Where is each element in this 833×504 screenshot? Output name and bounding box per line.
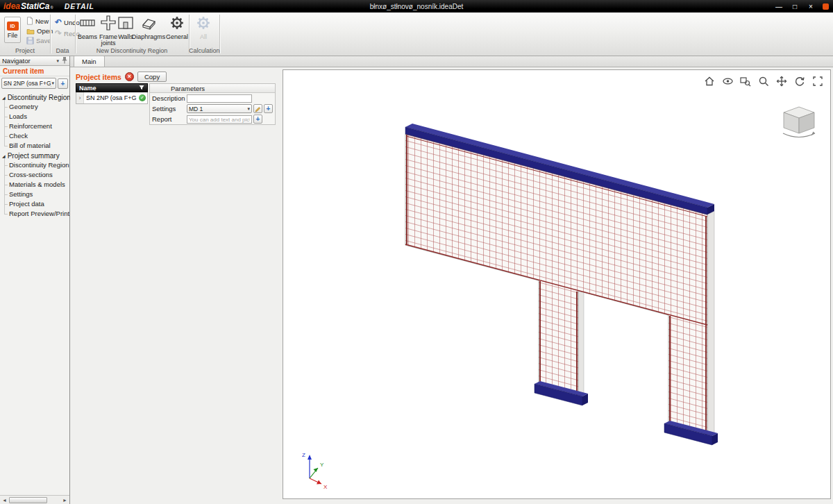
row-expander-icon[interactable]: › [76,92,84,103]
delete-item-button[interactable]: × [125,72,134,81]
tree-item-settings[interactable]: Settings [0,190,69,199]
tree-node-discontinuity-region[interactable]: ◢ Discontinuity Region [0,92,69,102]
calculate-all-button[interactable]: All [193,15,214,40]
row-item-name: SN 2NP (osa F+G [84,94,137,101]
close-button[interactable]: × [807,3,815,10]
description-input[interactable] [187,94,252,103]
calculate-all-label: All [200,34,207,40]
pan-button[interactable] [775,75,788,87]
redo-icon: ↷ [55,30,62,37]
navigator-panel: Navigator ▾ Current item SN 2NP (osa F+G… [0,56,70,504]
name-column-header[interactable]: Name [79,85,96,92]
group-label-data: Data [50,47,75,55]
zoom-button[interactable] [757,75,770,87]
expander-icon[interactable]: ◢ [2,95,6,100]
tree-item-discontinuity-region[interactable]: Discontinuity Region [0,160,69,170]
pin-icon[interactable] [62,56,67,65]
diaphragms-button-label: Diaphragms [132,34,166,40]
leg-end-face [578,288,584,396]
new-button-label: New [35,17,49,25]
copy-button[interactable]: Copy [137,72,167,82]
navigator-hscrollbar[interactable]: ◄ ► [0,495,69,504]
tree-node-label: Project summary [8,152,60,160]
current-item-value: SN 2NP (osa F+G) [3,80,51,87]
report-input[interactable] [187,115,252,124]
tree-item-loads[interactable]: Loads [0,112,69,121]
current-item-row: SN 2NP (osa F+G) ▾ + [0,76,69,90]
chevron-down-icon[interactable]: ▾ [56,58,59,64]
module-name: DETAIL [65,2,94,10]
tree-children: Geometry Loads Reinforcement Check Bill … [0,102,69,151]
file-button[interactable]: ID File [4,17,21,43]
edit-settings-button[interactable] [253,104,262,113]
zoom-window-button[interactable] [739,75,752,87]
scroll-left-icon[interactable]: ◄ [1,498,8,503]
app-window: ideaStatiCa® DETAIL błnxø_stłnovø_nosník… [0,0,833,504]
calculation-gear-icon [196,15,211,33]
redo-button[interactable]: ↷ Redo [55,29,80,38]
orbit-ring-icon[interactable] [783,133,815,137]
wall-end-face [707,211,714,436]
view-eye-button[interactable] [721,75,734,87]
ribbon: ID File New Open Save Project ↶ Undo ↷ R… [0,12,833,56]
maximize-button[interactable]: □ [791,3,799,10]
parameters-title: Parameters [150,84,275,93]
add-report-content-button[interactable]: + [253,115,262,124]
general-button-label: General [166,34,188,40]
check-ok-icon: ✓ [139,94,146,101]
scrollbar-thumb[interactable] [9,497,47,503]
current-item-label: Current item [0,66,69,76]
tree-item-bill-of-material[interactable]: Bill of material [0,141,69,151]
scroll-right-icon[interactable]: ► [61,498,69,503]
report-row: Report + [150,114,275,124]
tree-item-report-preview-print[interactable]: Report Preview/Print [0,209,69,219]
undo-icon: ↶ [55,19,62,26]
tree-node-label: Discontinuity Region [8,94,71,101]
axis-x-label: X [323,484,328,490]
beams-button[interactable]: Beams [77,15,98,40]
add-item-button[interactable]: + [58,78,68,89]
chevron-down-icon: ▾ [247,106,250,112]
tree-item-project-data[interactable]: Project data [0,199,69,209]
app-logo: ideaStatiCa® [3,1,53,11]
navigator-tree: ◢ Discontinuity Region Geometry Loads Re… [0,90,69,219]
table-header-row: Name [76,83,148,92]
current-item-selector[interactable]: SN 2NP (osa F+G) ▾ [1,78,56,89]
general-button[interactable]: General [167,15,187,40]
tree-item-cross-sections[interactable]: Cross-sections [0,170,69,180]
tree-item-reinforcement[interactable]: Reinforcement [0,121,69,131]
window-controls: — □ × [775,0,829,12]
idea-logo-icon: ID [7,22,19,31]
viewport-3d[interactable]: Z Y X [283,69,831,499]
row-status: ✓ [137,94,147,101]
tree-item-check[interactable]: Check [0,131,69,141]
navigation-cube[interactable] [777,102,821,141]
group-label-ndr: New Discontinuity Region [75,47,189,55]
scrollbar-track[interactable] [8,496,61,504]
filter-funnel-icon[interactable] [139,85,144,92]
table-row[interactable]: › SN 2NP (osa F+G ✓ [76,92,148,104]
diaphragms-button[interactable]: Diaphragms [135,15,162,40]
beams-icon [79,15,96,33]
axis-y-label: Y [320,462,324,468]
plus-icon: + [256,115,260,123]
tree-node-project-summary[interactable]: ◢ Project summary [0,151,69,160]
add-settings-button[interactable]: + [264,104,273,113]
minimize-button[interactable]: — [775,3,783,10]
axis-z-label: Z [302,452,305,458]
settings-selector[interactable]: MD 1 ▾ [187,104,252,113]
fit-view-button[interactable] [811,75,824,87]
save-button[interactable]: Save [26,36,51,45]
expander-icon[interactable]: ◢ [2,153,6,158]
tree-item-materials-models[interactable]: Materials & models [0,180,69,190]
chevron-down-icon: ▾ [51,81,54,86]
undo-button[interactable]: ↶ Undo [55,18,80,27]
rotate-button[interactable] [793,75,806,87]
home-view-button[interactable] [703,75,716,87]
tree-item-geometry[interactable]: Geometry [0,102,69,112]
model-3d-wall: Z Y X [283,70,830,498]
tab-strip: Main [70,56,833,67]
group-label-project: Project [0,47,50,55]
tab-main[interactable]: Main [74,56,105,67]
parameters-panel: Parameters Description Settings MD 1 ▾ +… [149,83,276,125]
